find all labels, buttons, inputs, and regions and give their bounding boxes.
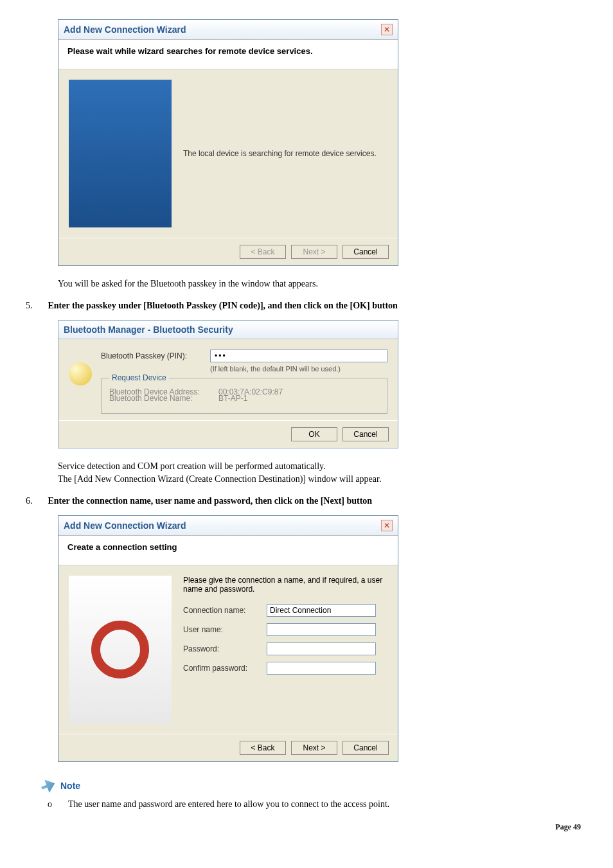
password-label: Password: xyxy=(183,644,260,653)
window-title: Add New Connection Wizard xyxy=(64,520,186,531)
cancel-button[interactable]: Cancel xyxy=(342,427,389,441)
passkey-note: You will be asked for the Bluetooth pass… xyxy=(58,279,587,289)
wizard-content: Please give the connection a name, and i… xyxy=(58,565,398,734)
wizard-content: The local device is searching for remote… xyxy=(58,69,398,238)
connection-name-label: Connection name: xyxy=(183,606,260,615)
confirm-password-row: Confirm password: xyxy=(183,662,387,675)
next-button[interactable]: Next > xyxy=(291,741,337,755)
step-number: 5. xyxy=(26,301,33,311)
searching-text: The local device is searching for remote… xyxy=(183,149,377,158)
step-6: 6. Enter the connection name, user name … xyxy=(26,496,587,506)
request-device-legend: Request Device xyxy=(109,373,169,382)
step-instruction: Enter the connection name, user name and… xyxy=(48,496,373,506)
cancel-button[interactable]: Cancel xyxy=(342,245,389,259)
connection-name-input[interactable] xyxy=(267,604,376,617)
username-row: User name: xyxy=(183,623,387,636)
note-bullet: o The user name and password are entered… xyxy=(48,799,587,810)
note-label: Note xyxy=(60,781,80,791)
back-button: < Back xyxy=(240,245,286,259)
note-arrow-icon xyxy=(39,777,57,795)
wizard-subheader: Create a connection setting xyxy=(58,536,398,565)
device-name-row: Bluetooth Device Name: BT-AP-1 xyxy=(109,394,379,403)
password-row: Password: xyxy=(183,642,387,655)
note-section: Note xyxy=(41,779,587,793)
wizard-connection-window: Add New Connection Wizard ✕ Create a con… xyxy=(58,515,398,762)
titlebar: Bluetooth Manager - Bluetooth Security xyxy=(58,321,398,339)
bullet-symbol: o xyxy=(48,799,55,810)
connection-name-row: Connection name: xyxy=(183,604,387,617)
page-number: Page 49 xyxy=(26,822,587,832)
username-label: User name: xyxy=(183,625,260,634)
window-title: Bluetooth Manager - Bluetooth Security xyxy=(64,324,233,335)
back-button[interactable]: < Back xyxy=(240,741,286,755)
ring-graphic xyxy=(91,621,149,678)
close-icon[interactable]: ✕ xyxy=(381,24,393,35)
note-text: The user name and password are entered h… xyxy=(68,799,389,810)
device-name-value: BT-AP-1 xyxy=(218,394,247,403)
pin-input[interactable]: ••• xyxy=(210,350,387,362)
request-device-group: Request Device Bluetooth Device Address:… xyxy=(101,378,387,414)
password-input[interactable] xyxy=(267,642,376,655)
pin-row: Bluetooth Passkey (PIN): ••• xyxy=(101,350,387,362)
ok-button[interactable]: OK xyxy=(291,427,337,441)
titlebar: Add New Connection Wizard ✕ xyxy=(58,516,398,536)
button-row: < Back Next > Cancel xyxy=(58,734,398,761)
wizard-subheader: Please wait while wizard searches for re… xyxy=(58,40,398,69)
service-detection-text: Service detection and COM port creation … xyxy=(58,461,587,472)
next-window-text: The [Add New Connection Wizard (Create C… xyxy=(58,474,587,484)
step-5: 5. Enter the passkey under [Bluetooth Pa… xyxy=(26,301,587,311)
close-icon[interactable]: ✕ xyxy=(381,520,393,531)
button-row: OK Cancel xyxy=(58,420,398,448)
window-title: Add New Connection Wizard xyxy=(64,24,186,35)
pin-label: Bluetooth Passkey (PIN): xyxy=(101,351,204,360)
security-body: Bluetooth Passkey (PIN): ••• (If left bl… xyxy=(58,339,398,420)
device-name-label: Bluetooth Device Name: xyxy=(109,394,212,403)
cancel-button[interactable]: Cancel xyxy=(342,741,389,755)
titlebar: Add New Connection Wizard ✕ xyxy=(58,20,398,40)
bluetooth-security-window: Bluetooth Manager - Bluetooth Security B… xyxy=(58,320,398,448)
wizard-searching-window: Add New Connection Wizard ✕ Please wait … xyxy=(58,19,398,266)
username-input[interactable] xyxy=(267,623,376,636)
wizard-illustration xyxy=(69,80,172,227)
next-button: Next > xyxy=(291,245,337,259)
confirm-password-label: Confirm password: xyxy=(183,664,260,673)
connection-prompt: Please give the connection a name, and i… xyxy=(183,576,387,594)
button-row: < Back Next > Cancel xyxy=(58,238,398,265)
pin-hint: (If left blank, the default PIN will be … xyxy=(210,365,387,373)
bluetooth-icon xyxy=(69,362,92,385)
wizard-illustration xyxy=(69,576,172,723)
step-number: 6. xyxy=(26,496,33,506)
step-instruction: Enter the passkey under [Bluetooth Passk… xyxy=(48,301,398,311)
confirm-password-input[interactable] xyxy=(267,662,376,675)
